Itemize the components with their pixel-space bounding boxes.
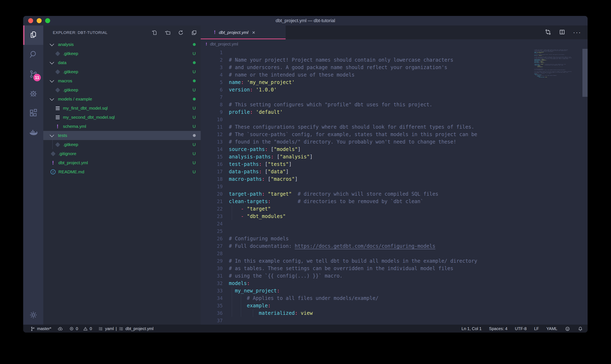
schema-label: yaml <box>105 326 114 331</box>
traffic-lights <box>28 16 50 26</box>
collapse-folders-button[interactable] <box>191 30 197 36</box>
code-line: 8# This setting configures which "profil… <box>201 101 532 108</box>
indent-guide <box>241 309 241 317</box>
tree-item-schema.yml[interactable]: !schema.ymlU <box>43 122 201 131</box>
sync-changes-item[interactable] <box>57 326 63 332</box>
yaml-file-icon: ! <box>55 124 60 129</box>
new-file-button[interactable] <box>152 30 157 36</box>
file-label: .gitignore <box>58 151 76 156</box>
eol-item[interactable]: LF <box>534 326 539 331</box>
tree-item-.gitkeep[interactable]: .gitkeepU <box>43 85 201 94</box>
line-number: 37 <box>201 317 223 324</box>
indent-guide <box>253 309 253 317</box>
tree-item-readme.md[interactable]: iREADME.mdU <box>43 167 201 176</box>
git-branch-item[interactable]: master* <box>30 326 51 331</box>
code-line: 25 <box>201 228 532 235</box>
tree-item-.gitignore[interactable]: .gitignoreU <box>43 149 201 158</box>
workbench: 11 <box>23 26 588 325</box>
file-label: my_second_dbt_model.sql <box>63 115 115 120</box>
code-line: 19 <box>201 183 532 190</box>
file-label: .gitkeep <box>63 88 78 92</box>
close-tab-icon[interactable]: × <box>252 30 255 35</box>
explorer-header-title: EXPLORER: DBT-TUTORIAL <box>53 30 108 35</box>
cursor-position-item[interactable]: Ln 1, Col 1 <box>461 326 482 331</box>
zoom-button[interactable] <box>45 18 50 23</box>
tree-item-analysis[interactable]: analysis <box>43 40 201 49</box>
line-number: 28 <box>201 250 223 257</box>
extensions-activity-button[interactable] <box>23 103 43 123</box>
indent-guide <box>232 302 232 309</box>
code-line: 18macro-paths: ["macros"] <box>201 175 532 183</box>
debug-activity-button[interactable] <box>23 84 43 103</box>
new-folder-button[interactable] <box>165 30 170 36</box>
screenshot-stage: dbt_project.yml — dbt-tutorial <box>0 0 611 364</box>
branch-name: master* <box>37 326 51 331</box>
indent-guide <box>232 213 232 220</box>
line-number: 36 <box>201 309 223 317</box>
breadcrumb-file[interactable]: dbt_project.yml <box>210 42 238 47</box>
indent-guide <box>241 295 241 302</box>
code-line: 30# as tables. These settings can be ove… <box>201 265 532 272</box>
line-number: 15 <box>201 153 223 160</box>
encoding-item[interactable]: UTF-8 <box>515 326 527 331</box>
line-number: 14 <box>201 146 223 153</box>
chevron-down-icon <box>50 42 54 46</box>
tree-item-.gitkeep[interactable]: .gitkeepU <box>43 140 201 149</box>
editor-scrollbar[interactable] <box>583 49 588 325</box>
explorer-activity-button[interactable] <box>23 26 43 45</box>
close-button[interactable] <box>28 18 33 23</box>
scrollbar-thumb[interactable] <box>583 49 588 97</box>
tree-item-dbt-project.yml[interactable]: !dbt_project.ymlU <box>43 158 201 167</box>
tree-item-macros[interactable]: macros <box>43 76 201 85</box>
minimize-button[interactable] <box>37 18 42 23</box>
yaml-schema-item[interactable]: yaml | dbt_project.yml <box>98 326 153 331</box>
git-file-icon <box>50 151 56 156</box>
indent-guide <box>232 309 232 317</box>
notifications-bell-icon[interactable] <box>578 326 583 332</box>
git-untracked-badge: U <box>193 88 196 92</box>
problems-item[interactable]: 0 0 <box>69 326 92 331</box>
tree-item-tests[interactable]: tests <box>43 131 201 140</box>
indent-guide <box>232 295 232 302</box>
code-line: 6version: '1.0.0' <box>201 86 532 93</box>
code-area[interactable]: 12# Name your project! Project names sho… <box>201 49 588 325</box>
indent-guide <box>241 302 241 309</box>
source-control-activity-button[interactable]: 11 <box>23 64 43 84</box>
feedback-smiley-icon[interactable] <box>565 326 570 332</box>
search-icon <box>29 50 38 59</box>
code-line: 22 - "target" <box>201 205 532 213</box>
breadcrumb[interactable]: ! dbt_project.yml <box>201 39 588 49</box>
tree-item-data[interactable]: data <box>43 58 201 67</box>
line-number: 31 <box>201 272 223 280</box>
minimap-content: # Name your project! Project names shoul… <box>532 49 583 78</box>
code-line: 34 # Applies to all files under models/e… <box>201 295 532 302</box>
split-editor-button[interactable] <box>559 29 565 36</box>
tree-item-.gitkeep[interactable]: .gitkeepU <box>43 67 201 76</box>
line-number: 17 <box>201 168 223 175</box>
code-line: 36 materialized: view <box>201 309 532 317</box>
file-label: tests <box>58 133 67 138</box>
tree-item-my-second-dbt-model.sql[interactable]: my_second_dbt_model.sqlU <box>43 113 201 122</box>
language-mode-item[interactable]: YAML <box>546 326 557 331</box>
search-activity-button[interactable] <box>23 45 43 64</box>
more-actions-button[interactable]: ··· <box>573 29 581 36</box>
tree-item-models-example[interactable]: models / example <box>43 94 201 104</box>
tree-item-my-first-dbt-model.sql[interactable]: my_first_dbt_model.sqlU <box>43 104 201 113</box>
minimap[interactable]: # Name your project! Project names shoul… <box>532 49 583 325</box>
explorer-header: EXPLORER: DBT-TUTORIAL <box>43 26 201 40</box>
tree-item-.gitkeep[interactable]: .gitkeepU <box>43 49 201 58</box>
docker-activity-button[interactable] <box>23 123 43 142</box>
warnings-icon <box>83 326 88 331</box>
info-file-icon: i <box>50 169 56 175</box>
refresh-explorer-button[interactable] <box>178 30 184 36</box>
file-label: .gitkeep <box>63 142 78 147</box>
tab-dbt-project-yml[interactable]: ! dbt_project.yml × <box>201 26 286 39</box>
indentation-item[interactable]: Spaces: 4 <box>489 326 507 331</box>
open-changes-button[interactable] <box>545 29 551 36</box>
files-icon <box>29 31 38 40</box>
code-line: 12# The `source-paths` config, for examp… <box>201 131 532 138</box>
explorer-sidebar: EXPLORER: DBT-TUTORIAL <box>43 26 201 325</box>
line-number: 7 <box>201 93 223 101</box>
settings-button[interactable] <box>23 305 43 325</box>
code-line: 10 <box>201 116 532 123</box>
